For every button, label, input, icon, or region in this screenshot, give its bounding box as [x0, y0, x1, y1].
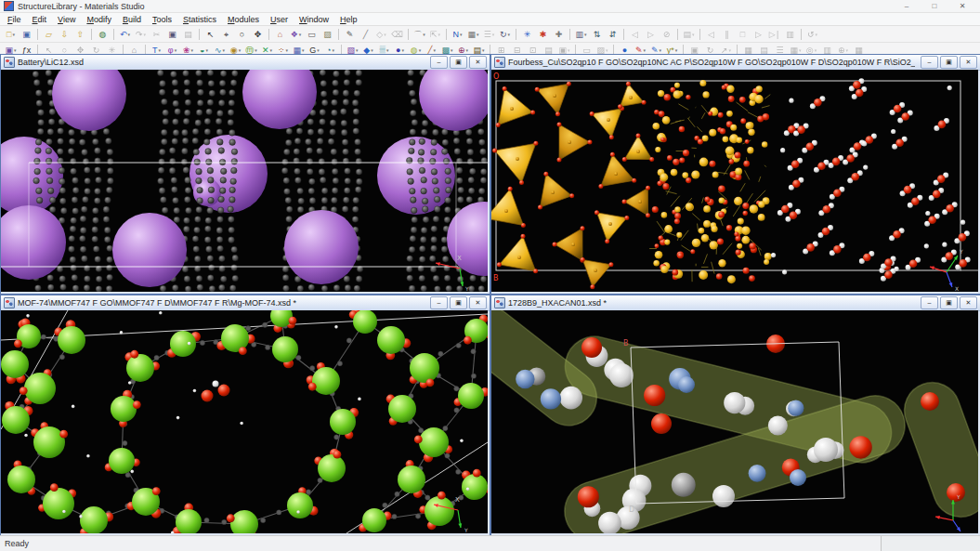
close-button[interactable]: ✕	[948, 2, 976, 10]
child-close-button[interactable]: ✕	[469, 56, 487, 69]
document-options-button[interactable]: ▤▾	[681, 28, 697, 41]
anim-loop-button[interactable]: ↺▾	[804, 28, 820, 41]
viewport-3d-battery-lic12[interactable]: XY	[1, 70, 488, 292]
recenter-icon: ⌂	[278, 28, 282, 41]
menu-build[interactable]: Build	[117, 13, 147, 25]
anim-play-button[interactable]: ▷	[751, 28, 766, 41]
atom-tools-button[interactable]: ✳	[519, 28, 535, 41]
sort-descending-button[interactable]: ⇵	[605, 28, 621, 41]
minimize-button[interactable]: –	[893, 2, 921, 10]
menu-file[interactable]: File	[2, 13, 27, 25]
sketch-ring-button[interactable]: ◇▾	[373, 28, 389, 41]
previous-button[interactable]: ◁	[627, 28, 643, 41]
child-titlebar-battery[interactable]: Battery\LiC12.xsd – ▣ ✕	[1, 55, 490, 71]
select-area-button[interactable]: ⌖	[218, 28, 234, 41]
lights-button[interactable]: ▨	[320, 28, 335, 41]
child-restore-button[interactable]: ▣	[940, 296, 958, 309]
anim-step-back-icon: ◁	[708, 28, 714, 41]
stop-task-button[interactable]: ⊘	[659, 28, 674, 41]
adjust-icon: ⇱	[430, 28, 438, 41]
pan-button[interactable]: ✥	[250, 28, 266, 41]
menu-help[interactable]: Help	[334, 13, 363, 25]
child-minimize-button[interactable]: –	[430, 56, 448, 69]
child-minimize-button[interactable]: –	[430, 296, 448, 309]
line-width-button[interactable]: ☰▾	[481, 28, 497, 41]
menu-modify[interactable]: Modify	[81, 13, 117, 25]
dropdown-arrow-icon: ▾	[12, 28, 15, 41]
selection-button[interactable]: ↖	[203, 28, 218, 41]
child-close-button[interactable]: ✕	[960, 296, 977, 309]
maximize-button[interactable]: □	[921, 2, 948, 10]
dropdown-arrow-icon: ▾	[128, 28, 131, 41]
menu-edit[interactable]: Edit	[27, 13, 53, 25]
menu-modules[interactable]: Modules	[222, 13, 265, 25]
import-button[interactable]: ⇩	[57, 28, 72, 41]
menu-tools[interactable]: Tools	[147, 13, 177, 25]
paste-button[interactable]: ▤	[180, 28, 196, 41]
child-restore-button[interactable]: ▣	[940, 56, 958, 69]
erase-icon: ⌫	[391, 28, 403, 41]
sort-ascending-icon: ⇅	[594, 28, 601, 41]
translate-button[interactable]: ❖▾	[288, 28, 304, 41]
measure-button[interactable]: ⌒▾	[412, 28, 427, 41]
project-button[interactable]: ◍	[95, 28, 111, 41]
sort-ascending-button[interactable]: ⇅	[589, 28, 605, 41]
child-restore-button[interactable]: ▣	[450, 296, 467, 309]
sketch-bond-button[interactable]: ╱	[358, 28, 373, 41]
chart-viewer-button[interactable]: ▥▾	[573, 28, 589, 41]
symmetry-button[interactable]: ✚	[551, 28, 567, 41]
bond-tools-button[interactable]: ✱	[535, 28, 551, 41]
child-close-button[interactable]: ✕	[960, 56, 977, 69]
zoom-button[interactable]: ○	[234, 28, 250, 41]
anim-pause-button[interactable]: ∥	[719, 28, 735, 41]
sketch-atom-button[interactable]: ✎	[342, 28, 358, 41]
anim-step-forward-button[interactable]: ▷∣	[766, 28, 782, 41]
window-controls: – □ ✕	[893, 2, 976, 10]
viewport-3d-hxacan[interactable]: BDY	[491, 310, 978, 533]
viewport-3d-quartz-water[interactable]: OBYX	[491, 70, 978, 292]
anim-end-button[interactable]: ▥	[782, 28, 798, 41]
child-minimize-button[interactable]: –	[921, 296, 938, 309]
atomistic-document-icon	[4, 297, 15, 308]
child-titlebar-quartz[interactable]: Fourbess_Cu\SO2qp10 F GO\SO2qp10NC AC P\…	[491, 55, 980, 71]
anim-stop-icon: □	[740, 28, 745, 41]
menu-window[interactable]: Window	[294, 13, 334, 25]
new-document-button[interactable]: □▾	[3, 28, 19, 41]
menu-view[interactable]: View	[52, 13, 81, 25]
recalculate-button[interactable]: ↻▾	[497, 28, 513, 41]
svg-text:B: B	[623, 339, 629, 348]
next-button[interactable]: ▷	[643, 28, 659, 41]
main-titlebar[interactable]: StructureLibrary - Materials Studio – □ …	[0, 0, 980, 13]
child-minimize-button[interactable]: –	[921, 56, 938, 69]
menu-label: Window	[299, 15, 329, 24]
child-close-button[interactable]: ✕	[469, 296, 487, 309]
display-style-icon: ▦	[467, 28, 476, 41]
copy-button[interactable]: ▣	[164, 28, 180, 41]
anim-stop-button[interactable]: □	[735, 28, 751, 41]
erase-button[interactable]: ⌫	[389, 28, 405, 41]
lights-icon: ▨	[323, 28, 332, 41]
undo-button[interactable]: ↶▾	[117, 28, 133, 41]
adjust-button[interactable]: ⇱▾	[427, 28, 443, 41]
save-button[interactable]: ▣	[19, 28, 34, 41]
anim-step-back-button[interactable]: ◁	[703, 28, 719, 41]
menu-user[interactable]: User	[265, 13, 294, 25]
menu-statistics[interactable]: Statistics	[177, 13, 222, 25]
stop-task-icon: ⊘	[663, 28, 671, 41]
recenter-button[interactable]: ⌂	[272, 28, 288, 41]
child-titlebar-mof[interactable]: MOF-74\MMOF747 F GO\MMOF747 F D\MMOF747 …	[1, 295, 490, 311]
cut-button[interactable]: ✂	[149, 28, 164, 41]
child-titlebar-hxacan[interactable]: 1728B9_HXACAN01.xsd * – ▣ ✕	[491, 295, 980, 311]
folder-history-button[interactable]: ▱	[41, 28, 57, 41]
child-window-battery: Battery\LiC12.xsd – ▣ ✕ XY	[0, 54, 490, 295]
label-button[interactable]: N▾	[450, 28, 465, 41]
child-window-mof: MOF-74\MMOF747 F GO\MMOF747 F D\MMOF747 …	[0, 295, 490, 536]
redo-button[interactable]: ↷▾	[133, 28, 149, 41]
export-button[interactable]: ⇧	[72, 28, 88, 41]
viewport-3d-mg-mof74[interactable]: XY	[1, 310, 488, 533]
fit-view-button[interactable]: ▭	[304, 28, 320, 41]
display-style-button[interactable]: ▦▾	[465, 28, 481, 41]
child-restore-button[interactable]: ▣	[450, 56, 467, 69]
child-controls: – ▣ ✕	[430, 296, 487, 309]
app-logo-icon	[4, 1, 14, 11]
